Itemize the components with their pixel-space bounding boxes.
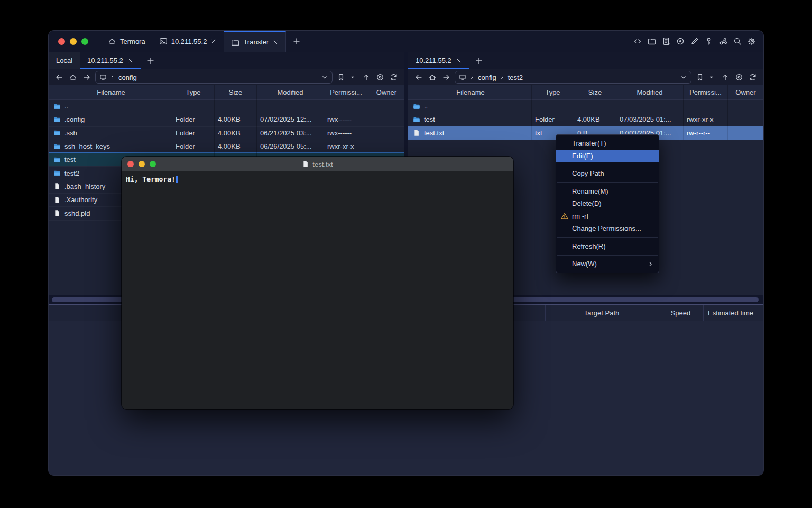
show-hidden-files-button[interactable]	[734, 72, 744, 83]
menu-item-label: rm -rf	[572, 212, 588, 220]
new-tab-button[interactable]	[286, 31, 307, 52]
bookmark-dropdown-icon[interactable]	[706, 72, 717, 83]
home-button[interactable]	[68, 72, 78, 83]
column-header-permissions[interactable]: Permissi...	[684, 85, 728, 99]
zoom-window-button[interactable]	[150, 161, 156, 167]
menu-item-rename[interactable]: Rename(M)	[556, 185, 659, 198]
show-hidden-files-button[interactable]	[375, 72, 385, 83]
transfer-icon[interactable]	[648, 37, 656, 46]
add-panel-tab-button[interactable]	[469, 52, 488, 69]
file-modified: 06/21/2025 03:...	[257, 126, 324, 140]
key-icon[interactable]	[705, 37, 713, 46]
file-owner	[728, 99, 763, 113]
settings-gear-icon[interactable]	[748, 37, 756, 46]
menu-item-rm-rf[interactable]: rm -rf	[556, 210, 659, 223]
snippets-icon[interactable]	[633, 37, 642, 46]
menu-item-edit[interactable]: Edit(E)	[556, 150, 659, 162]
close-icon[interactable]	[127, 58, 134, 64]
column-header-size[interactable]: Size	[574, 85, 616, 99]
forward-button[interactable]	[81, 72, 92, 83]
path-segment[interactable]: config	[118, 74, 137, 81]
right-table-header: Filename Type Size Modified Permissi... …	[408, 85, 763, 100]
column-header-owner[interactable]: Owner	[728, 85, 763, 99]
table-row[interactable]: .ssh Folder 4.00KB 06/21/2025 03:... rwx…	[49, 126, 404, 140]
editor-titlebar[interactable]: test.txt	[122, 157, 513, 171]
search-icon[interactable]	[733, 37, 742, 46]
tab-transfer[interactable]: Transfer	[224, 31, 286, 52]
parent-directory-button[interactable]	[361, 72, 372, 83]
filename: .bash_history	[64, 183, 105, 190]
editor-window[interactable]: test.txt Hi, Termora!	[122, 157, 513, 409]
close-icon[interactable]	[210, 38, 217, 44]
close-icon[interactable]	[456, 58, 462, 64]
tab-remote-host[interactable]: 10.211.55.2	[80, 52, 141, 69]
bookmark-dropdown-icon[interactable]	[347, 72, 358, 83]
minimize-window-button[interactable]	[70, 38, 77, 45]
path-input[interactable]: config test2	[455, 71, 691, 84]
tab-remote-host[interactable]: 10.211.55.2	[408, 52, 469, 69]
back-button[interactable]	[54, 72, 64, 83]
column-header-type[interactable]: Type	[532, 85, 574, 99]
file-type	[172, 99, 215, 113]
close-window-button[interactable]	[127, 161, 134, 167]
context-menu: Transfer(T) Edit(E) Copy Path Rename(M) …	[556, 134, 659, 273]
screen: Termora 10.211.55.2 Transfer	[0, 0, 812, 508]
table-row[interactable]: ..	[408, 99, 763, 113]
table-row[interactable]: ..	[49, 99, 404, 113]
path-input[interactable]: config	[95, 71, 333, 84]
bookmark-icon[interactable]	[695, 72, 705, 83]
menu-item-refresh[interactable]: Refresh(R)	[556, 240, 659, 253]
refresh-button[interactable]	[389, 72, 399, 83]
table-row[interactable]: test Folder 4.00KB 07/03/2025 01:... rwx…	[408, 113, 763, 126]
menu-separator	[557, 165, 658, 165]
column-header-estimated-time[interactable]: Estimated time	[703, 305, 758, 321]
zoom-window-button[interactable]	[81, 38, 88, 45]
bookmark-icon[interactable]	[336, 72, 346, 83]
log-icon[interactable]	[662, 37, 670, 46]
minimize-window-button[interactable]	[139, 161, 145, 167]
refresh-button[interactable]	[748, 72, 758, 83]
parent-directory-button[interactable]	[720, 72, 731, 83]
chevron-down-icon[interactable]	[321, 74, 328, 81]
file-type: Folder	[172, 140, 215, 153]
close-icon[interactable]	[272, 39, 279, 46]
menu-item-change-permissions[interactable]: Change Permissions...	[556, 222, 659, 235]
edit-icon[interactable]	[690, 37, 699, 46]
record-icon[interactable]	[676, 37, 685, 46]
menu-item-new[interactable]: New(W)	[556, 258, 659, 270]
column-header-filename[interactable]: Filename	[49, 85, 172, 99]
column-header-size[interactable]: Size	[215, 85, 257, 99]
column-header-type[interactable]: Type	[172, 85, 215, 99]
table-row[interactable]: ssh_host_keys Folder 4.00KB 06/26/2025 0…	[49, 140, 404, 153]
chevron-right-icon	[469, 74, 475, 80]
path-segment[interactable]: config	[478, 74, 496, 81]
left-table-header: Filename Type Size Modified Permissi... …	[49, 85, 404, 100]
menu-item-transfer[interactable]: Transfer(T)	[556, 137, 659, 150]
tab-local[interactable]: Local	[49, 52, 80, 69]
column-header-speed[interactable]: Speed	[658, 305, 703, 321]
column-header-owner[interactable]: Owner	[368, 85, 404, 99]
menu-item-delete[interactable]: Delete(D)	[556, 197, 659, 210]
tab-termora[interactable]: Termora	[101, 31, 152, 52]
back-button[interactable]	[413, 72, 424, 83]
column-header-filename[interactable]: Filename	[408, 85, 532, 99]
path-segment[interactable]: test2	[508, 74, 523, 81]
column-header-permissions[interactable]: Permissi...	[324, 85, 368, 99]
table-row[interactable]: .config Folder 4.00KB 07/02/2025 12:... …	[49, 113, 404, 126]
column-header-target-path[interactable]: Target Path	[545, 305, 658, 321]
keychain-icon[interactable]	[719, 37, 727, 46]
file-modified: 07/02/2025 12:...	[257, 113, 324, 126]
add-panel-tab-button[interactable]	[141, 52, 160, 69]
chevron-down-icon[interactable]	[680, 74, 687, 81]
close-window-button[interactable]	[58, 38, 65, 45]
tab-host-session[interactable]: 10.211.55.2	[152, 31, 224, 52]
home-button[interactable]	[427, 72, 438, 83]
forward-button[interactable]	[441, 72, 451, 83]
editor-content[interactable]: Hi, Termora!	[122, 171, 513, 187]
menu-item-copy-path[interactable]: Copy Path	[556, 167, 659, 180]
computer-icon	[99, 74, 107, 81]
column-header-modified[interactable]: Modified	[616, 85, 684, 99]
file-permissions: rwx------	[324, 113, 368, 126]
column-header-modified[interactable]: Modified	[257, 85, 324, 99]
right-panel-tabs: 10.211.55.2	[408, 52, 763, 70]
